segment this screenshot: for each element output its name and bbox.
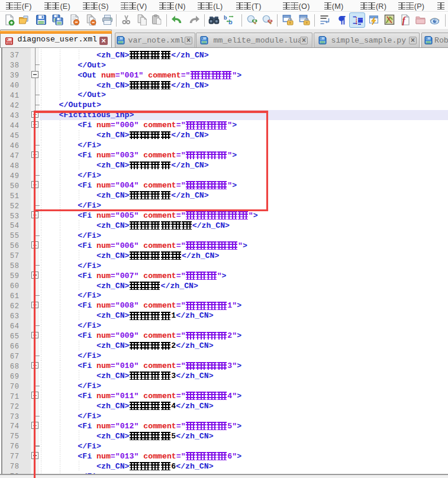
svg-text:b: b — [224, 15, 227, 21]
svg-text:b: b — [228, 18, 233, 25]
